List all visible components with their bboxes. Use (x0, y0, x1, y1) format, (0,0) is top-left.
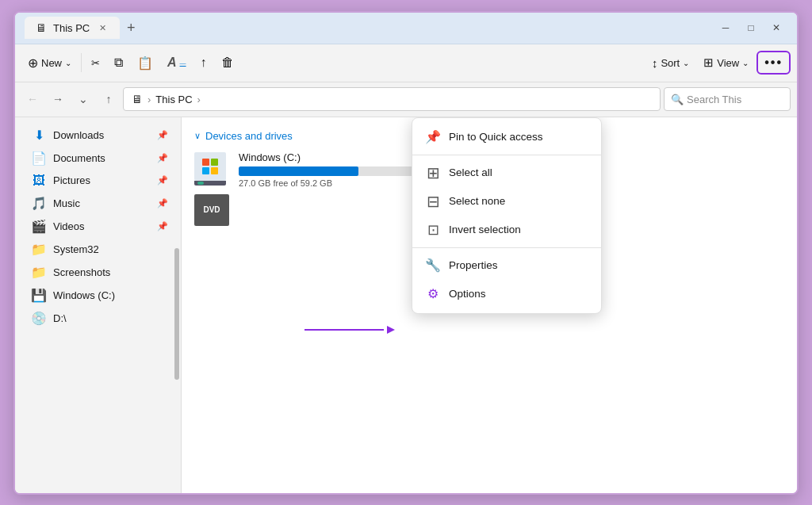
more-icon: ••• (764, 55, 783, 70)
win-logo-blue (202, 167, 209, 174)
arrow-line (304, 329, 384, 331)
search-box[interactable]: 🔍 Search This (664, 87, 791, 111)
pin-icon-music: 📌 (157, 198, 168, 209)
close-button[interactable]: ✕ (765, 17, 787, 39)
back-button[interactable]: ← (21, 88, 44, 110)
system32-icon: 📁 (31, 242, 47, 257)
music-icon: 🎵 (31, 196, 47, 211)
cut-button[interactable]: ✂ (85, 53, 106, 73)
sort-label: Sort (661, 57, 680, 69)
menu-separator-2 (412, 247, 601, 248)
sidebar-item-videos[interactable]: 🎬 Videos 📌 (18, 215, 178, 238)
sidebar-item-music[interactable]: 🎵 Music 📌 (18, 192, 178, 215)
tab-title: This PC (53, 22, 90, 34)
sidebar-label-pictures: Pictures (53, 174, 90, 186)
new-label: New (41, 57, 62, 69)
delete-button[interactable]: 🗑 (215, 52, 240, 74)
options-icon: ⚙ (425, 286, 441, 302)
menu-label-properties: Properties (449, 259, 498, 271)
downloads-icon: ⬇ (31, 128, 47, 143)
path-separator-2: › (197, 94, 201, 105)
context-menu: 📌 Pin to Quick access ⊞ Select all ⊟ Sel… (412, 117, 602, 314)
win-logo-green (211, 159, 218, 166)
sort-button[interactable]: ↕ Sort ⌄ (645, 52, 695, 74)
menu-item-select-all[interactable]: ⊞ Select all (412, 159, 601, 187)
maximize-button[interactable]: □ (740, 17, 762, 39)
paste-icon: 📋 (137, 55, 153, 71)
view-icon: ⊞ (703, 55, 714, 70)
menu-item-invert-selection[interactable]: ⊡ Invert selection (412, 216, 601, 244)
sidebar-item-system32[interactable]: 📁 System32 (18, 238, 178, 261)
window-controls: ─ □ ✕ (714, 17, 787, 39)
pin-icon-pictures: 📌 (157, 175, 168, 186)
file-explorer-window: 🖥 This PC ✕ + ─ □ ✕ ⊕ New ⌄ ✂ ⧉ 📋 A (13, 11, 799, 495)
sidebar-scrollbar[interactable] (174, 248, 179, 380)
menu-label-select-all: Select all (449, 166, 492, 178)
rename-underline: — (180, 59, 186, 67)
dvd-label: DVD (203, 205, 220, 214)
history-button[interactable]: ⌄ (72, 88, 94, 110)
pin-icon-downloads: 📌 (157, 130, 168, 140)
more-options-button[interactable]: ••• (756, 51, 791, 75)
drive-icon-windows-c (194, 152, 229, 187)
documents-icon: 📄 (31, 151, 47, 166)
pin-quick-access-icon: 📌 (425, 129, 441, 145)
forward-button[interactable]: → (47, 88, 69, 110)
sidebar-item-pictures[interactable]: 🖼 Pictures 📌 (18, 170, 178, 192)
rename-icon: A (167, 55, 177, 70)
sidebar-label-system32: System32 (53, 243, 99, 255)
forward-icon: → (52, 93, 63, 105)
pin-icon-videos: 📌 (157, 221, 168, 231)
select-all-icon: ⊞ (425, 165, 441, 181)
separator-1 (81, 53, 82, 72)
videos-icon: 🎬 (31, 219, 47, 234)
sidebar-label-documents: Documents (53, 152, 105, 164)
delete-icon: 🗑 (221, 55, 234, 70)
drive-bar-fill (239, 166, 358, 176)
sidebar-item-screenshots[interactable]: 📁 Screenshots (18, 261, 178, 284)
sort-icon: ↕ (652, 56, 658, 70)
copy-button[interactable]: ⧉ (108, 52, 129, 74)
sidebar-label-screenshots: Screenshots (53, 266, 110, 278)
up-button[interactable]: ↑ (98, 88, 120, 110)
new-circle-icon: ⊕ (28, 55, 38, 71)
menu-item-select-none[interactable]: ⊟ Select none (412, 187, 601, 216)
history-icon: ⌄ (79, 93, 88, 105)
menu-separator-1 (412, 155, 601, 155)
sidebar-item-windows-c[interactable]: 💾 Windows (C:) (18, 284, 178, 307)
sidebar-item-d-drive[interactable]: 💿 D:\ (18, 307, 178, 330)
pictures-icon: 🖼 (31, 174, 47, 188)
pin-icon-documents: 📌 (157, 153, 168, 163)
address-bar: ← → ⌄ ↑ 🖥 › This PC › 🔍 Search This (15, 82, 797, 117)
copy-icon: ⧉ (114, 55, 123, 70)
select-none-icon: ⊟ (425, 193, 441, 209)
rename-button[interactable]: A — (161, 52, 193, 74)
tab-close-button[interactable]: ✕ (96, 21, 109, 34)
sidebar-item-downloads[interactable]: ⬇ Downloads 📌 (18, 124, 178, 147)
menu-item-properties[interactable]: 🔧 Properties (412, 251, 601, 280)
win-logo-yellow (211, 167, 218, 174)
sidebar-item-documents[interactable]: 📄 Documents 📌 (18, 147, 178, 170)
menu-item-pin-quick-access[interactable]: 📌 Pin to Quick access (412, 123, 601, 151)
new-tab-button[interactable]: + (120, 17, 142, 39)
sort-chevron-icon: ⌄ (683, 59, 689, 67)
minimize-button[interactable]: ─ (714, 17, 737, 39)
search-icon: 🔍 (671, 94, 684, 105)
view-label: View (717, 57, 739, 69)
share-button[interactable]: ↑ (194, 52, 213, 74)
new-chevron-icon: ⌄ (65, 59, 71, 67)
sidebar-label-videos: Videos (53, 220, 85, 232)
active-tab[interactable]: 🖥 This PC ✕ (25, 17, 120, 39)
arrow-annotation (304, 326, 395, 334)
address-path[interactable]: 🖥 › This PC › (123, 87, 661, 111)
d-drive-icon: 💿 (31, 311, 47, 326)
new-button[interactable]: ⊕ New ⌄ (21, 52, 78, 75)
content-area: Devices and drives (182, 117, 797, 493)
search-placeholder: Search This (687, 94, 741, 105)
share-icon: ↑ (201, 55, 207, 70)
view-button[interactable]: ⊞ View ⌄ (697, 52, 755, 74)
menu-item-options[interactable]: ⚙ Options (412, 280, 601, 308)
dvd-icon: DVD (194, 194, 229, 226)
sidebar-label-windows-c: Windows (C:) (53, 289, 115, 301)
paste-button[interactable]: 📋 (131, 52, 159, 75)
